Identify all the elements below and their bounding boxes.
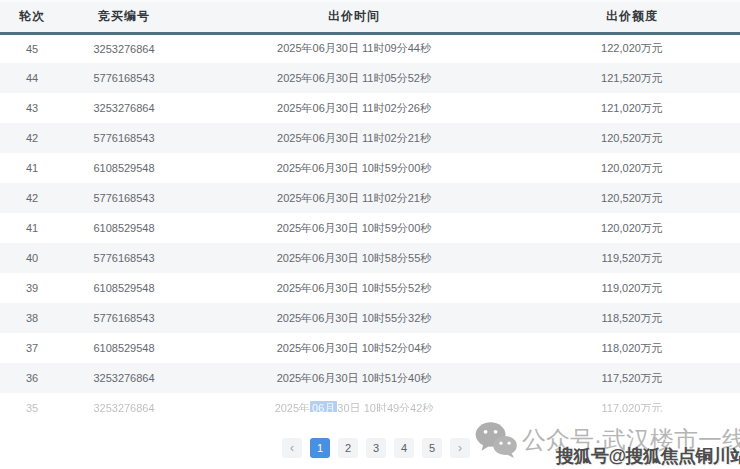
page-button-3[interactable]: 3 xyxy=(366,438,386,458)
page-button-2[interactable]: 2 xyxy=(338,438,358,458)
cell-bidder: 5776168543 xyxy=(64,63,184,93)
cell-bidder: 3253276864 xyxy=(64,93,184,123)
cell-round: 37 xyxy=(0,333,64,363)
cell-round: 41 xyxy=(0,213,64,243)
bid-record-page: 轮次 竞买编号 出价时间 出价额度 45 3253276864 2025年06月… xyxy=(0,0,740,469)
next-page-button[interactable]: › xyxy=(450,438,470,458)
cell-bidder: 6108529548 xyxy=(64,333,184,363)
bid-table-container: 轮次 竞买编号 出价时间 出价额度 45 3253276864 2025年06月… xyxy=(0,0,740,412)
cell-bidder: 6108529548 xyxy=(64,213,184,243)
header-bidder: 竞买编号 xyxy=(64,2,184,33)
header-round: 轮次 xyxy=(0,2,64,33)
table-row: 42 5776168543 2025年06月30日 11时02分21秒 120,… xyxy=(0,183,740,213)
cell-amount: 118,520万元 xyxy=(524,303,740,333)
cell-amount: 120,520万元 xyxy=(524,123,740,153)
cell-time: 2025年06月30日 11时05分52秒 xyxy=(184,63,524,93)
header-row: 轮次 竞买编号 出价时间 出价额度 xyxy=(0,2,740,33)
cell-time: 2025年06月30日 10时58分55秒 xyxy=(184,243,524,273)
cell-amount: 117,020万元 xyxy=(524,393,740,412)
cell-round: 40 xyxy=(0,243,64,273)
text-selection-highlight: 06月 xyxy=(310,401,337,413)
cell-amount: 119,520万元 xyxy=(524,243,740,273)
table-header: 轮次 竞买编号 出价时间 出价额度 xyxy=(0,2,740,33)
cell-bidder: 6108529548 xyxy=(64,273,184,303)
pagination: ‹ 1 2 3 4 5 › xyxy=(6,436,740,460)
cell-time: 2025年06月30日 10时49分42秒 xyxy=(184,393,524,412)
table-row: 43 3253276864 2025年06月30日 11时02分26秒 121,… xyxy=(0,93,740,123)
table-row: 39 6108529548 2025年06月30日 10时55分52秒 119,… xyxy=(0,273,740,303)
cell-time: 2025年06月30日 11时02分21秒 xyxy=(184,183,524,213)
cell-round: 41 xyxy=(0,153,64,183)
table-row: 41 6108529548 2025年06月30日 10时59分00秒 120,… xyxy=(0,153,740,183)
table-row: 40 5776168543 2025年06月30日 10时58分55秒 119,… xyxy=(0,243,740,273)
cell-round: 44 xyxy=(0,63,64,93)
cell-amount: 121,020万元 xyxy=(524,93,740,123)
table-body: 45 3253276864 2025年06月30日 11时09分44秒 122,… xyxy=(0,33,740,393)
table-row: 38 5776168543 2025年06月30日 10时55分32秒 118,… xyxy=(0,303,740,333)
table-body-partial: 35 3253276864 2025年06月30日 10时49分42秒 117,… xyxy=(0,393,740,412)
cell-amount: 120,520万元 xyxy=(524,183,740,213)
cell-amount: 120,020万元 xyxy=(524,213,740,243)
cell-round: 39 xyxy=(0,273,64,303)
page-button-1[interactable]: 1 xyxy=(310,438,330,458)
cell-amount: 118,020万元 xyxy=(524,333,740,363)
cell-bidder: 5776168543 xyxy=(64,123,184,153)
table-row: 37 6108529548 2025年06月30日 10时52分04秒 118,… xyxy=(0,333,740,363)
time-pre: 2025年 xyxy=(275,402,310,413)
prev-page-button[interactable]: ‹ xyxy=(282,438,302,458)
cell-time: 2025年06月30日 10时52分04秒 xyxy=(184,333,524,363)
cell-time: 2025年06月30日 11时09分44秒 xyxy=(184,33,524,63)
page-button-5[interactable]: 5 xyxy=(422,438,442,458)
cell-time: 2025年06月30日 11时02分26秒 xyxy=(184,93,524,123)
cell-bidder: 3253276864 xyxy=(64,393,184,412)
cell-time: 2025年06月30日 10时59分00秒 xyxy=(184,213,524,243)
cell-time: 2025年06月30日 10时55分52秒 xyxy=(184,273,524,303)
cell-bidder: 5776168543 xyxy=(64,303,184,333)
cell-amount: 119,020万元 xyxy=(524,273,740,303)
cell-time: 2025年06月30日 10时55分32秒 xyxy=(184,303,524,333)
cell-round: 43 xyxy=(0,93,64,123)
cell-amount: 117,520万元 xyxy=(524,363,740,393)
cell-round: 42 xyxy=(0,183,64,213)
table-row-partial: 35 3253276864 2025年06月30日 10时49分42秒 117,… xyxy=(0,393,740,412)
table-row: 42 5776168543 2025年06月30日 11时02分21秒 120,… xyxy=(0,123,740,153)
cell-amount: 122,020万元 xyxy=(524,33,740,63)
table-row: 45 3253276864 2025年06月30日 11时09分44秒 122,… xyxy=(0,33,740,63)
cell-time: 2025年06月30日 11时02分21秒 xyxy=(184,123,524,153)
header-amount: 出价额度 xyxy=(524,2,740,33)
cell-time: 2025年06月30日 10时51分40秒 xyxy=(184,363,524,393)
cell-round: 45 xyxy=(0,33,64,63)
cell-bidder: 5776168543 xyxy=(64,243,184,273)
cell-amount: 121,520万元 xyxy=(524,63,740,93)
cell-amount: 120,020万元 xyxy=(524,153,740,183)
page-button-4[interactable]: 4 xyxy=(394,438,414,458)
table-row: 36 3253276864 2025年06月30日 10时51分40秒 117,… xyxy=(0,363,740,393)
bid-table: 轮次 竞买编号 出价时间 出价额度 45 3253276864 2025年06月… xyxy=(0,2,740,412)
cell-round: 38 xyxy=(0,303,64,333)
time-post: 30日 10时49分42秒 xyxy=(337,402,433,413)
table-row: 44 5776168543 2025年06月30日 11时05分52秒 121,… xyxy=(0,63,740,93)
cell-bidder: 3253276864 xyxy=(64,33,184,63)
header-time: 出价时间 xyxy=(184,2,524,33)
cell-time: 2025年06月30日 10时59分00秒 xyxy=(184,153,524,183)
cell-bidder: 5776168543 xyxy=(64,183,184,213)
cell-round: 42 xyxy=(0,123,64,153)
cell-round: 36 xyxy=(0,363,64,393)
cell-bidder: 3253276864 xyxy=(64,363,184,393)
cell-round: 35 xyxy=(0,393,64,412)
cell-bidder: 6108529548 xyxy=(64,153,184,183)
table-row: 41 6108529548 2025年06月30日 10时59分00秒 120,… xyxy=(0,213,740,243)
